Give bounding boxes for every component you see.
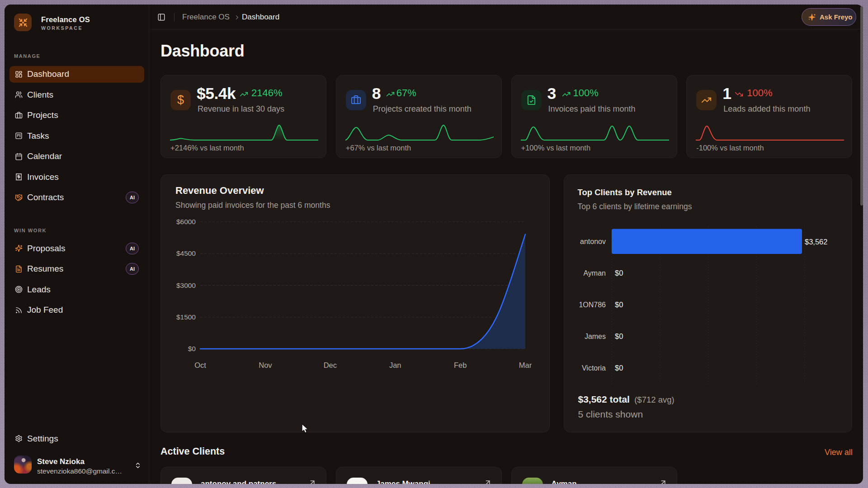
svg-text:$3000: $3000 <box>176 282 196 289</box>
svg-text:Feb: Feb <box>454 361 467 369</box>
svg-text:$0: $0 <box>615 269 623 277</box>
svg-text:Victoria: Victoria <box>581 364 605 372</box>
svg-text:Oct: Oct <box>194 361 206 369</box>
svg-text:Jan: Jan <box>389 361 401 369</box>
svg-text:1ON786: 1ON786 <box>579 301 606 309</box>
svg-text:James: James <box>584 333 605 340</box>
svg-text:Mar: Mar <box>519 361 532 369</box>
svg-text:Ayman: Ayman <box>583 269 606 277</box>
svg-text:$0: $0 <box>615 332 623 340</box>
svg-text:$0: $0 <box>188 345 196 352</box>
svg-text:$4500: $4500 <box>176 249 196 257</box>
svg-text:$0: $0 <box>615 364 623 372</box>
svg-text:Dec: Dec <box>324 361 337 369</box>
svg-text:$6000: $6000 <box>176 218 196 225</box>
svg-text:$3,562: $3,562 <box>805 238 827 246</box>
svg-text:$0: $0 <box>615 300 623 309</box>
svg-text:Nov: Nov <box>259 361 272 369</box>
svg-text:antonov: antonov <box>580 238 606 245</box>
svg-text:$1500: $1500 <box>176 313 196 321</box>
